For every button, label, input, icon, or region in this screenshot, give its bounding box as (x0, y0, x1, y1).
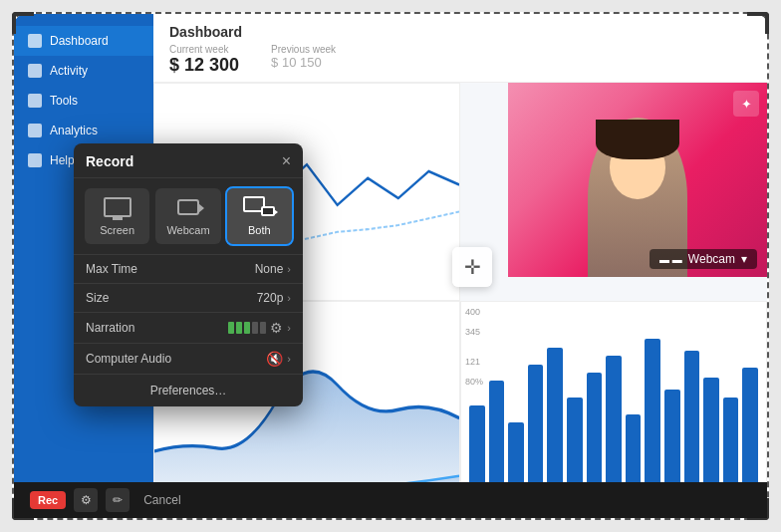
narration-value: ⚙ › (228, 320, 291, 336)
home-icon (28, 34, 42, 48)
bar-item (645, 339, 660, 497)
edit-toolbar-button[interactable]: ✏ (106, 488, 130, 512)
rec-badge: Rec (30, 491, 66, 509)
settings-toolbar-button[interactable]: ⚙ (74, 488, 98, 512)
current-week-label: Current week (169, 44, 239, 55)
max-time-text: None (255, 262, 284, 276)
webcam-mode-label: Webcam (166, 224, 209, 236)
webcam-preview-icons: ▬ ▬ (659, 254, 682, 265)
bar-item (606, 356, 622, 497)
bar-item (489, 381, 505, 497)
audio-chevron-icon: › (287, 353, 291, 365)
record-dialog: Record × Screen Webcam (74, 143, 303, 406)
preferences-button[interactable]: Preferences… (74, 374, 303, 406)
sidebar-label-analytics: Analytics (50, 124, 98, 137)
screen-mode-label: Screen (100, 224, 134, 236)
narration-label: Narration (86, 321, 134, 335)
max-time-value: None › (255, 262, 291, 276)
bar-item (547, 348, 563, 497)
help-icon (28, 153, 42, 167)
record-dialog-title: Record (86, 153, 133, 169)
both-cam-part (261, 206, 275, 216)
computer-audio-label: Computer Audio (86, 352, 171, 366)
size-chevron-icon: › (287, 292, 291, 304)
sidebar-label-tools: Tools (50, 94, 78, 108)
move-icon: ✛ (464, 255, 481, 279)
max-time-chevron-icon: › (287, 263, 291, 275)
webcam-dropdown-icon: ▾ (741, 252, 747, 266)
computer-audio-value: 🔇 › (266, 351, 291, 367)
tools-icon (28, 94, 42, 108)
outer-container: Dashboard Activity Tools Analytics Help (12, 12, 769, 520)
narration-settings-icon[interactable]: ⚙ (270, 320, 283, 336)
webcam-mode-icon (172, 196, 204, 218)
bar-item (664, 390, 680, 497)
webcam-text: Webcam (688, 252, 735, 266)
narration-seg-3 (244, 322, 250, 334)
bottom-toolbar: Rec ⚙ ✏ Cancel (14, 482, 767, 518)
sidebar-item-dashboard[interactable]: Dashboard (14, 26, 153, 56)
mode-webcam-button[interactable]: Webcam (155, 188, 220, 244)
size-value: 720p › (257, 291, 291, 305)
dashboard-stats: Current week $ 12 300 Previous week $ 10… (169, 44, 751, 76)
narration-seg-1 (228, 322, 234, 334)
cancel-button[interactable]: Cancel (137, 490, 186, 510)
gear-icon: ⚙ (81, 493, 92, 507)
narration-seg-2 (236, 322, 242, 334)
wand-icon: ✦ (741, 97, 752, 112)
dashboard-title: Dashboard (169, 24, 751, 40)
max-time-row[interactable]: Max Time None › (74, 254, 303, 283)
speaker-icon: 🔇 (266, 351, 283, 367)
bar-item (528, 365, 544, 497)
bar-item (742, 368, 758, 497)
size-label: Size (86, 291, 109, 305)
mode-buttons-group: Screen Webcam Both (74, 178, 303, 254)
bar-item (684, 351, 700, 497)
both-icon-shape (243, 196, 275, 218)
webcam-label: ▬ ▬ Webcam ▾ (650, 249, 757, 269)
analytics-icon (28, 124, 42, 137)
screen-mode-icon (102, 196, 133, 218)
corner-tr (747, 12, 769, 34)
max-time-label: Max Time (86, 262, 137, 276)
bar-item (703, 378, 719, 497)
narration-seg-5 (260, 322, 266, 334)
sidebar-label-help: Help (50, 153, 75, 167)
dashboard-header: Dashboard Current week $ 12 300 Previous… (153, 14, 767, 83)
pencil-icon: ✏ (113, 493, 123, 507)
both-mode-icon (243, 196, 275, 218)
webcam-background (508, 83, 767, 277)
prev-week-value: $ 10 150 (271, 55, 336, 70)
activity-icon (28, 64, 42, 78)
sidebar-item-activity[interactable]: Activity (14, 56, 153, 86)
webcam-icon-shape (177, 199, 199, 215)
sidebar-label-activity: Activity (50, 64, 88, 78)
audio-muted-icon: 🔇 (266, 351, 283, 367)
bar-item (587, 373, 603, 497)
computer-audio-row[interactable]: Computer Audio 🔇 › (74, 343, 303, 374)
prev-week-stat: Previous week $ 10 150 (271, 44, 336, 76)
sidebar-item-analytics[interactable]: Analytics (14, 116, 153, 145)
webcam-panel: ✦ ▬ ▬ Webcam ▾ (508, 83, 767, 277)
webcam-edit-button[interactable]: ✦ (733, 91, 759, 117)
current-week-value: $ 12 300 (169, 55, 239, 76)
record-close-button[interactable]: × (282, 153, 291, 169)
sidebar-item-tools[interactable]: Tools (14, 86, 153, 116)
size-row[interactable]: Size 720p › (74, 283, 303, 312)
narration-seg-4 (252, 322, 258, 334)
y-label-345: 345 (465, 327, 480, 337)
size-text: 720p (257, 291, 284, 305)
narration-level-bar (228, 322, 266, 334)
current-week-stat: Current week $ 12 300 (169, 44, 239, 76)
corner-tl (12, 12, 34, 34)
y-label-400: 400 (465, 307, 480, 317)
record-dialog-header: Record × (74, 143, 303, 178)
screen-icon-shape (104, 197, 131, 217)
narration-row[interactable]: Narration ⚙ › (74, 312, 303, 343)
both-mode-label: Both (248, 224, 271, 236)
y-label-80: 80% (465, 377, 483, 387)
y-label-121: 121 (465, 357, 480, 367)
mode-screen-button[interactable]: Screen (85, 188, 149, 244)
move-handle[interactable]: ✛ (452, 247, 492, 287)
mode-both-button[interactable]: Both (227, 188, 292, 244)
